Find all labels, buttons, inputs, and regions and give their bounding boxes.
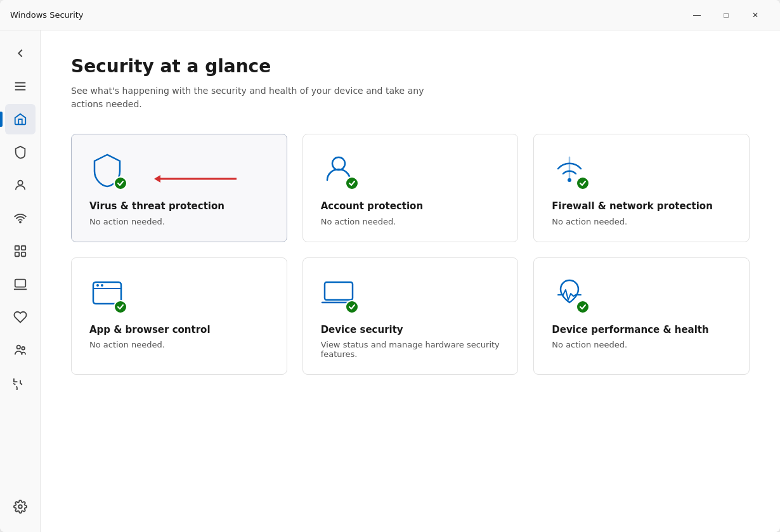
svg-rect-6 [21,246,25,250]
svg-point-10 [16,346,20,349]
sidebar-item-family[interactable] [5,335,36,365]
card-title-device-security: Device security [321,324,500,337]
main-content: Security at a glance See what's happenin… [41,30,780,532]
card-account-protection[interactable]: Account protection No action needed. [302,134,519,242]
minimize-button[interactable]: — [682,5,712,25]
back-icon [13,46,27,60]
svg-marker-14 [154,175,160,183]
svg-rect-7 [15,252,18,256]
laptop-icon [13,277,27,291]
page-subtitle: See what's happening with the security a… [71,84,452,111]
sidebar-item-home[interactable] [5,104,36,134]
sidebar-item-history[interactable] [5,368,36,398]
svg-point-15 [332,157,345,170]
sidebar-item-settings[interactable] [5,491,36,522]
card-status-firewall: No action needed. [552,217,731,226]
card-title-account: Account protection [321,200,500,213]
app-icon [13,244,27,258]
app-window: Windows Security — □ ✕ [0,0,780,532]
check-badge [114,176,127,190]
sidebar-item-account[interactable] [5,170,36,200]
sidebar-item-back[interactable] [5,38,36,68]
history-icon [13,376,27,390]
menu-icon [13,79,27,93]
card-title-virus: Virus & threat protection [89,200,269,213]
home-icon [13,112,27,126]
svg-rect-22 [325,282,353,300]
card-status-device-performance: No action needed. [552,340,731,349]
card-icon-account [321,152,356,190]
close-button[interactable]: ✕ [741,5,770,25]
svg-rect-8 [21,252,25,256]
family-icon [13,343,27,357]
card-icon-virus [89,152,125,190]
sidebar-item-app[interactable] [5,236,36,266]
cards-grid: Virus & threat protection No action need… [71,134,750,375]
card-firewall[interactable]: Firewall & network protection No action … [533,134,750,242]
card-status-account: No action needed. [321,217,500,226]
check-badge-device-performance [576,300,590,314]
svg-rect-5 [15,246,18,250]
card-icon-app-browser [89,276,125,314]
svg-point-3 [18,181,22,185]
check-badge-account [345,176,359,190]
sidebar-item-menu[interactable] [5,71,36,101]
app-body: Security at a glance See what's happenin… [0,30,780,532]
svg-rect-9 [15,280,25,287]
red-arrow-annotation [154,160,256,198]
svg-point-11 [22,347,25,350]
card-status-virus: No action needed. [89,217,269,226]
sidebar-item-health[interactable] [5,302,36,332]
page-title: Security at a glance [71,56,750,77]
svg-point-12 [18,505,22,509]
network-icon [13,211,27,225]
svg-point-20 [96,284,99,287]
sidebar-item-device[interactable] [5,269,36,299]
health-icon [13,310,27,324]
card-device-performance[interactable]: Device performance & health No action ne… [533,257,750,375]
card-status-device-security: View status and manage hardware security… [321,340,500,359]
maximize-button[interactable]: □ [712,5,741,25]
card-title-device-performance: Device performance & health [552,324,731,337]
settings-icon [13,500,27,514]
window-title: Windows Security [10,10,682,20]
check-badge-firewall [576,176,590,190]
sidebar-item-network[interactable] [5,203,36,233]
sidebar [0,30,41,532]
card-status-app-browser: No action needed. [89,340,269,349]
sidebar-item-shield[interactable] [5,137,36,167]
window-controls: — □ ✕ [682,5,770,25]
check-badge-device-security [345,300,359,314]
card-icon-firewall [552,152,587,190]
card-app-browser[interactable]: App & browser control No action needed. [71,257,287,375]
card-virus-threat[interactable]: Virus & threat protection No action need… [71,134,287,242]
check-badge-app [114,300,127,314]
shield-icon [13,145,27,159]
card-title-app-browser: App & browser control [89,324,269,337]
card-title-firewall: Firewall & network protection [552,200,731,213]
svg-point-21 [101,284,103,287]
card-icon-device-performance [552,276,587,314]
svg-point-4 [20,222,21,223]
card-icon-device-security [321,276,356,314]
person-icon [13,178,27,192]
titlebar: Windows Security — □ ✕ [0,0,780,30]
card-device-security[interactable]: Device security View status and manage h… [302,257,519,375]
